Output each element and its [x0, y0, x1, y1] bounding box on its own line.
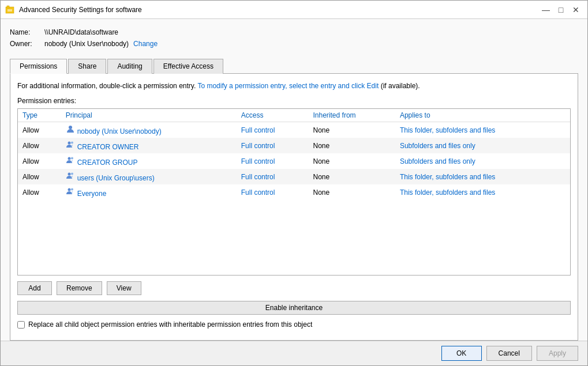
cell-access: Full control	[237, 153, 309, 169]
cell-inherited: None	[309, 169, 395, 184]
svg-rect-1	[7, 6, 9, 8]
info-section: Name: \\UNRAID\data\software Owner: nobo…	[10, 28, 578, 51]
svg-point-2	[69, 126, 72, 129]
cell-applies: Subfolders and files only	[395, 138, 570, 153]
cell-principal: nobody (Unix User\nobody)	[61, 122, 237, 138]
svg-point-6	[71, 157, 73, 160]
apply-button[interactable]: Apply	[537, 346, 578, 361]
tab-auditing[interactable]: Auditing	[107, 59, 152, 74]
cell-access: Full control	[237, 184, 309, 200]
table-row[interactable]: Allow nobody (Unix User\nobody) Full con…	[18, 122, 570, 138]
cell-type: Allow	[18, 169, 61, 184]
svg-point-9	[68, 188, 70, 191]
permissions-table: Type Principal Access Inherited from App…	[18, 109, 570, 200]
tab-effective-access[interactable]: Effective Access	[153, 59, 223, 74]
replace-checkbox-label: Replace all child object permission entr…	[28, 320, 312, 329]
name-label: Name:	[10, 28, 44, 36]
cell-type: Allow	[18, 184, 61, 200]
cell-type: Allow	[18, 122, 61, 138]
view-button[interactable]: View	[107, 281, 141, 295]
cell-type: Allow	[18, 138, 61, 153]
cell-principal: CREATOR GROUP	[61, 153, 237, 169]
cell-applies: This folder, subfolders and files	[395, 169, 570, 184]
enable-inheritance-button[interactable]: Enable inheritance	[17, 301, 571, 315]
window-title: Advanced Security Settings for software	[19, 6, 539, 14]
cell-principal: users (Unix Group\users)	[61, 169, 237, 184]
change-link[interactable]: Change	[133, 40, 158, 48]
cell-principal: Everyone	[61, 184, 237, 200]
window-controls: — □ ✕	[539, 3, 583, 17]
owner-value: nobody (Unix User\nobody)	[44, 40, 129, 48]
ok-button[interactable]: OK	[441, 346, 482, 361]
col-header-access: Access	[237, 109, 309, 122]
add-button[interactable]: Add	[17, 281, 52, 295]
minimize-button[interactable]: —	[539, 3, 553, 17]
svg-point-5	[68, 157, 70, 160]
action-buttons-row: Add Remove View	[17, 281, 571, 295]
col-header-applies: Applies to	[395, 109, 570, 122]
title-bar: Advanced Security Settings for software …	[1, 1, 587, 19]
cell-applies: Subfolders and files only	[395, 153, 570, 169]
cancel-button[interactable]: Cancel	[486, 346, 532, 361]
tab-share[interactable]: Share	[68, 59, 106, 74]
col-header-inherited: Inherited from	[309, 109, 395, 122]
col-header-type: Type	[18, 109, 61, 122]
cell-applies: This folder, subfolders and files	[395, 122, 570, 138]
table-header-row: Type Principal Access Inherited from App…	[18, 109, 570, 122]
table-row[interactable]: Allow users (Unix Group\users) Full cont…	[18, 169, 570, 184]
close-button[interactable]: ✕	[569, 3, 583, 17]
svg-point-8	[71, 173, 73, 175]
cell-access: Full control	[237, 122, 309, 138]
name-value: \\UNRAID\data\software	[44, 28, 118, 36]
info-text: For additional information, double-click…	[17, 81, 571, 91]
user-icon	[66, 124, 75, 134]
svg-point-10	[71, 188, 73, 191]
maximize-button[interactable]: □	[554, 3, 568, 17]
perm-entries-label: Permission entries:	[17, 97, 571, 105]
window-icon	[5, 5, 14, 14]
cell-inherited: None	[309, 153, 395, 169]
svg-point-4	[71, 142, 73, 144]
user-icon	[66, 187, 75, 196]
table-row[interactable]: Allow Everyone Full control None This fo…	[18, 184, 570, 200]
tab-content-permissions: For additional information, double-click…	[10, 74, 578, 341]
user-icon	[66, 171, 75, 180]
remove-button[interactable]: Remove	[57, 281, 102, 295]
content-area: Name: \\UNRAID\data\software Owner: nobo…	[1, 19, 587, 341]
table-row[interactable]: Allow CREATOR GROUP Full control None Su…	[18, 153, 570, 169]
cell-inherited: None	[309, 184, 395, 200]
tab-bar: Permissions Share Auditing Effective Acc…	[10, 58, 578, 74]
name-row: Name: \\UNRAID\data\software	[10, 28, 578, 36]
cell-access: Full control	[237, 169, 309, 184]
col-header-principal: Principal	[61, 109, 237, 122]
permissions-table-container: Type Principal Access Inherited from App…	[17, 108, 571, 276]
tab-permissions[interactable]: Permissions	[10, 59, 67, 74]
owner-row: Owner: nobody (Unix User\nobody) Change	[10, 40, 578, 48]
user-icon	[66, 156, 75, 165]
cell-access: Full control	[237, 138, 309, 153]
replace-checkbox-row: Replace all child object permission entr…	[17, 320, 571, 329]
svg-point-3	[68, 142, 70, 145]
user-icon	[66, 140, 75, 149]
bottom-bar: OK Cancel Apply	[1, 341, 587, 365]
cell-applies: This folder, subfolders and files	[395, 184, 570, 200]
cell-type: Allow	[18, 153, 61, 169]
main-window: Advanced Security Settings for software …	[0, 0, 588, 366]
replace-checkbox[interactable]	[17, 321, 25, 329]
owner-label: Owner:	[10, 40, 44, 48]
svg-point-7	[68, 173, 70, 176]
table-row[interactable]: Allow CREATOR OWNER Full control None Su…	[18, 138, 570, 153]
cell-inherited: None	[309, 138, 395, 153]
cell-inherited: None	[309, 122, 395, 138]
cell-principal: CREATOR OWNER	[61, 138, 237, 153]
